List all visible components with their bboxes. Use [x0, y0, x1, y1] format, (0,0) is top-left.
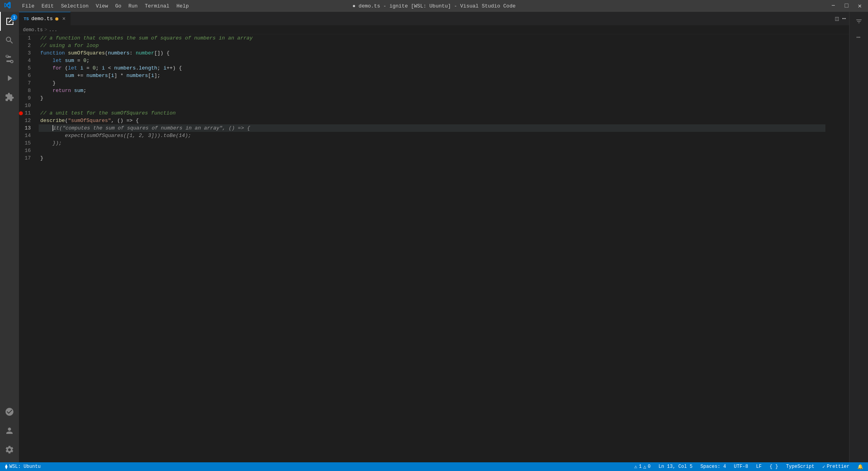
title-bar-menu: File Edit Selection View Go Run Terminal… — [19, 2, 192, 10]
activity-explorer[interactable]: 1 — [0, 12, 19, 31]
status-notifications[interactable]: 🔔 — [856, 464, 865, 470]
code-line-17: } — [39, 154, 825, 162]
minimize-button[interactable]: − — [829, 2, 838, 10]
restore-button[interactable]: □ — [842, 2, 851, 10]
status-braces[interactable]: { } — [768, 464, 780, 469]
prettier-icon: ✓ — [822, 464, 825, 470]
line-num-11: 11 — [19, 109, 36, 117]
tab-filename: demo.ts — [31, 16, 53, 22]
warning-sep: △ — [643, 464, 646, 470]
status-line-ending[interactable]: LF — [754, 464, 763, 469]
more-actions-right-button[interactable]: ⋯ — [853, 31, 865, 43]
prettier-label: Prettier — [827, 464, 849, 469]
tab-demo-ts[interactable]: TS demo.ts × — [19, 12, 71, 25]
window-title: ● demo.ts - ignite [WSL: Ubuntu] - Visua… — [352, 3, 515, 9]
activity-account[interactable] — [0, 421, 19, 440]
menu-view[interactable]: View — [93, 2, 111, 10]
breadcrumb-rest[interactable]: ... — [49, 27, 58, 33]
spaces-label: Spaces: 4 — [700, 464, 726, 469]
editor-area: TS demo.ts × ◫ ⋯ demo.ts > ... 1 2 3 4 5 — [19, 12, 849, 462]
line-num-5: 5 — [19, 64, 36, 72]
warning-count: 0 — [648, 464, 651, 469]
minimap-area — [825, 34, 849, 462]
activity-extensions[interactable] — [0, 88, 19, 107]
menu-file[interactable]: File — [19, 2, 37, 10]
menu-edit[interactable]: Edit — [38, 2, 57, 10]
code-line-7: } — [39, 79, 825, 87]
activity-search[interactable] — [0, 31, 19, 50]
menu-help[interactable]: Help — [173, 2, 192, 10]
scrollbar-track[interactable] — [845, 34, 849, 462]
status-position[interactable]: Ln 13, Col 5 — [657, 464, 694, 469]
braces-icon: { } — [770, 464, 778, 469]
line-num-13: 13 — [19, 124, 36, 132]
line-num-2: 2 — [19, 42, 36, 49]
status-bar: ⧫ WSL: Ubuntu ⚠ 1 △ 0 Ln 13, Col 5 Space… — [0, 462, 868, 471]
split-editor-button[interactable]: ◫ — [835, 15, 839, 23]
status-bar-right: ⚠ 1 △ 0 Ln 13, Col 5 Spaces: 4 UTF-8 LF … — [632, 463, 865, 470]
tab-bar: TS demo.ts × ◫ ⋯ — [19, 12, 849, 26]
language-label: TypeScript — [786, 464, 814, 469]
breakpoint-indicator — [19, 111, 23, 115]
menu-go[interactable]: Go — [112, 2, 125, 10]
split-editor-right-button[interactable] — [853, 15, 865, 28]
breadcrumb: demo.ts > ... — [19, 26, 849, 34]
menu-selection[interactable]: Selection — [58, 2, 92, 10]
explorer-badge: 1 — [11, 14, 17, 21]
window-controls: − □ ✕ — [829, 1, 864, 11]
status-encoding[interactable]: UTF-8 — [732, 464, 750, 469]
right-panel: ⋯ — [849, 12, 868, 462]
line-num-16: 16 — [19, 147, 36, 154]
status-prettier[interactable]: ✓ Prettier — [821, 464, 851, 470]
line-ending-label: LF — [756, 464, 761, 469]
code-line-14: expect(sumOfSquares([1, 2, 3])).toBe(14)… — [39, 132, 825, 139]
bell-icon: 🔔 — [857, 464, 863, 470]
code-editor[interactable]: 1 2 3 4 5 6 7 8 9 10 11 12 13 14 15 16 1… — [19, 34, 849, 462]
code-line-4: let sum = 0; — [39, 57, 825, 64]
line-num-7: 7 — [19, 79, 36, 87]
activity-remote[interactable] — [0, 402, 19, 421]
code-line-12: describe("sumOfSquares", () => { — [39, 117, 825, 124]
cursor-position: Ln 13, Col 5 — [658, 464, 692, 469]
remote-icon: ⧫ — [5, 463, 8, 470]
code-line-11: // a unit test for the sumOfSquares func… — [39, 109, 825, 117]
tab-close-button[interactable]: × — [62, 16, 65, 22]
code-line-13: it("computes the sum of squares of numbe… — [39, 124, 825, 132]
breadcrumb-file[interactable]: demo.ts — [23, 27, 43, 33]
close-button[interactable]: ✕ — [855, 1, 864, 11]
menu-run[interactable]: Run — [125, 2, 140, 10]
tab-language-prefix: TS — [24, 17, 29, 21]
line-num-6: 6 — [19, 72, 36, 79]
status-errors[interactable]: ⚠ 1 △ 0 — [632, 463, 652, 470]
breadcrumb-sep-1: > — [44, 27, 47, 33]
line-num-14: 14 — [19, 132, 36, 139]
more-actions-button[interactable]: ⋯ — [842, 15, 846, 23]
code-line-16 — [39, 147, 825, 154]
status-language[interactable]: TypeScript — [784, 464, 816, 469]
activity-settings[interactable] — [0, 440, 19, 459]
activity-run-debug[interactable] — [0, 69, 19, 88]
line-num-3: 3 — [19, 49, 36, 57]
status-remote-label: WSL: Ubuntu — [9, 464, 41, 469]
activity-source-control[interactable] — [0, 50, 19, 69]
line-num-4: 4 — [19, 57, 36, 64]
code-line-15: }); — [39, 139, 825, 147]
status-spaces[interactable]: Spaces: 4 — [699, 464, 728, 469]
vscode-logo — [4, 2, 11, 10]
status-bar-left: ⧫ WSL: Ubuntu — [3, 463, 42, 470]
code-content[interactable]: // a function that computes the sum of s… — [39, 34, 825, 462]
main-layout: 1 — [0, 12, 868, 462]
line-num-12: 12 — [19, 117, 36, 124]
line-num-10: 10 — [19, 102, 36, 109]
code-line-9: } — [39, 94, 825, 102]
title-bar-left: File Edit Selection View Go Run Terminal… — [4, 2, 192, 10]
line-num-17: 17 — [19, 154, 36, 162]
activity-bar-bottom — [0, 402, 19, 462]
title-bar: File Edit Selection View Go Run Terminal… — [0, 0, 868, 12]
line-num-9: 9 — [19, 94, 36, 102]
code-line-3: function sumOfSquares(numbers: number[])… — [39, 49, 825, 57]
status-remote[interactable]: ⧫ WSL: Ubuntu — [3, 463, 42, 470]
tab-modified-indicator — [55, 17, 58, 21]
menu-terminal[interactable]: Terminal — [142, 2, 172, 10]
activity-bar: 1 — [0, 12, 19, 462]
